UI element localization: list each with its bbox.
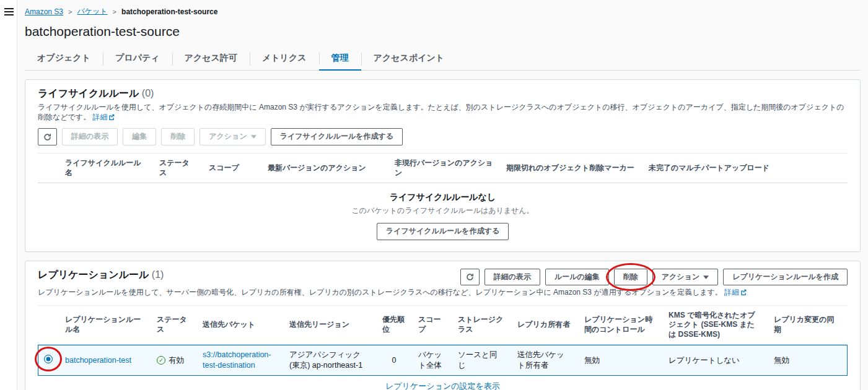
column-header: レプリカ所有者 — [511, 315, 578, 335]
replication-toolbar: 詳細の表示 ルールの編集 削除 アクション レプリケーションルールを作成 — [460, 269, 848, 286]
replication-edit-rule-button[interactable]: ルールの編集 — [545, 269, 609, 286]
column-header: 未完了のマルチパートアップロード — [642, 158, 848, 178]
status-text: 有効 — [169, 355, 184, 366]
rule-select-radio[interactable] — [44, 355, 53, 363]
external-link-icon — [740, 289, 747, 295]
replication-delete-button[interactable]: 削除 — [614, 269, 647, 286]
replication-title-text: レプリケーションルール — [38, 269, 149, 280]
breadcrumb-link-buckets[interactable]: バケット — [77, 6, 107, 17]
column-header: 優先順位 — [376, 310, 412, 339]
create-lifecycle-rule-button[interactable]: ライフサイクルルールを作成する — [271, 128, 403, 145]
lifecycle-details-link[interactable]: 詳細 — [92, 113, 115, 121]
lifecycle-view-details-button[interactable]: 詳細の表示 — [62, 128, 118, 145]
breadcrumb-link-amazon-s3[interactable]: Amazon S3 — [25, 7, 63, 16]
details-link-text: 詳細 — [92, 113, 107, 121]
lifecycle-title-text: ライフサイクルルール — [38, 88, 139, 98]
rule-name-cell: batchoperation-test — [59, 350, 151, 371]
row-select-cell — [38, 350, 59, 371]
lifecycle-actions-dropdown[interactable]: アクション — [199, 128, 265, 145]
refresh-icon — [43, 133, 51, 141]
replication-actions-dropdown[interactable]: アクション — [652, 269, 718, 286]
replication-rules-section: レプリケーションルール (1) 詳細の表示 ルールの編集 削除 アクション レプ… — [25, 261, 861, 390]
tab-management[interactable]: 管理 — [319, 48, 361, 71]
priority-cell: 0 — [376, 350, 412, 371]
lifecycle-rules-section: ライフサイクルルール (0) ライフサイクルルールを使用して、オブジェクトの存続… — [25, 79, 861, 252]
actions-label: アクション — [662, 272, 699, 282]
rtc-cell: 無効 — [578, 350, 662, 371]
kms-cell: レプリケートしない — [662, 350, 768, 371]
lifecycle-refresh-button[interactable] — [38, 128, 57, 145]
lifecycle-table-header: ライフサイクルルール名 ステータス スコープ 最新バージョンのアクション 非現行… — [38, 153, 848, 183]
details-link-text: 詳細 — [724, 288, 739, 297]
replication-section-title: レプリケーションルール (1) — [38, 269, 164, 282]
breadcrumb-current: batchoperation-test-source — [121, 7, 217, 16]
destination-bucket-link[interactable]: s3://batchoperation-test-destination — [203, 350, 271, 370]
refresh-icon — [466, 273, 474, 281]
replication-details-link[interactable]: 詳細 — [724, 288, 747, 297]
rule-name-link[interactable]: batchoperation-test — [65, 356, 131, 365]
column-header: レプリケーション時間のコントロール — [578, 310, 662, 339]
select-column-header — [38, 163, 59, 173]
page-title: batchoperation-test-source — [25, 24, 861, 39]
column-header: スコープ — [412, 310, 452, 339]
column-header: KMS で暗号化されたオブジェクト (SSE-KMS または DSSE-KMS) — [662, 306, 768, 345]
column-header: ステータス — [151, 310, 196, 339]
replica-owner-cell: 送信先バケット所有者 — [511, 345, 578, 376]
replication-description: レプリケーションルールを使用して、サーバー側の暗号化、レプリカの所有権、レプリカ… — [38, 287, 848, 297]
tab-permissions[interactable]: アクセス許可 — [172, 48, 250, 71]
replication-refresh-button[interactable] — [460, 269, 480, 286]
column-header: 送信先バケット — [196, 315, 283, 335]
bucket-tabs: オブジェクト プロパティ アクセス許可 メトリクス 管理 アクセスポイント — [25, 48, 861, 71]
column-header: 期限切れのオブジェクト削除マーカー — [500, 158, 642, 178]
lifecycle-section-title: ライフサイクルルール (0) — [38, 87, 848, 100]
tab-properties[interactable]: プロパティ — [103, 48, 172, 71]
rule-status-cell: ✓ 有効 — [151, 350, 196, 371]
empty-state-message: このバケットのライフサイクルルールはありません。 — [38, 206, 848, 216]
storage-class-cell: ソースと同じ — [452, 345, 511, 376]
main-content: Amazon S3 > バケット > batchoperation-test-s… — [17, 0, 868, 390]
replication-table-footer: レプリケーションの設定を表示 — [38, 376, 848, 390]
lifecycle-description-text: ライフサイクルルールを使用して、オブジェクトの存続期間中に Amazon S3 … — [38, 103, 844, 121]
lifecycle-empty-state: ライフサイクルルールなし このバケットのライフサイクルルールはありません。 ライ… — [38, 183, 848, 244]
lifecycle-count: (0) — [142, 88, 154, 98]
create-lifecycle-rule-empty-button[interactable]: ライフサイクルルールを作成する — [377, 223, 509, 240]
replication-count: (1) — [152, 269, 164, 280]
column-header: 非現行バージョンのアクション — [388, 154, 500, 183]
create-replication-rule-button[interactable]: レプリケーションルールを作成 — [723, 269, 848, 286]
column-header: 最新バージョンのアクション — [261, 158, 388, 178]
replication-rule-row[interactable]: batchoperation-test ✓ 有効 s3://batchopera… — [38, 345, 848, 376]
column-header: スコープ — [203, 158, 261, 178]
menu-hamburger-icon[interactable] — [4, 6, 14, 17]
lifecycle-toolbar: 詳細の表示 編集 削除 アクション ライフサイクルルールを作成する — [38, 128, 848, 145]
column-header: 送信先リージョン — [283, 315, 376, 335]
column-header: ステータス — [153, 154, 203, 183]
replication-view-details-button[interactable]: 詳細の表示 — [484, 269, 540, 286]
chevron-down-icon — [251, 135, 256, 139]
select-column-header — [38, 320, 59, 330]
status-enabled-icon: ✓ — [157, 356, 165, 365]
lifecycle-edit-button[interactable]: 編集 — [123, 128, 156, 145]
view-replication-settings-link[interactable]: レプリケーションの設定を表示 — [385, 381, 500, 390]
replication-description-text: レプリケーションルールを使用して、サーバー側の暗号化、レプリカの所有権、レプリカ… — [38, 288, 722, 297]
breadcrumb-separator-icon: > — [68, 8, 72, 15]
lifecycle-delete-button[interactable]: 削除 — [161, 128, 195, 145]
tab-objects[interactable]: オブジェクト — [25, 48, 103, 71]
replication-table-header: レプリケーションルール名 ステータス 送信先バケット 送信先リージョン 優先順位… — [38, 305, 848, 345]
chevron-down-icon — [703, 275, 709, 279]
collapsed-side-nav — [0, 0, 17, 390]
tab-metrics[interactable]: メトリクス — [250, 48, 319, 71]
breadcrumb-separator-icon: > — [113, 8, 116, 15]
column-header: レプリカ変更の同期 — [768, 310, 848, 339]
scope-cell: バケット全体 — [412, 345, 452, 376]
breadcrumb: Amazon S3 > バケット > batchoperation-test-s… — [25, 6, 861, 17]
column-header: レプリケーションルール名 — [59, 310, 151, 339]
destination-region-cell: アジアパシフィック (東京) ap-northeast-1 — [283, 345, 376, 376]
external-link-icon — [108, 114, 115, 120]
lifecycle-description: ライフサイクルルールを使用して、オブジェクトの存続期間中に Amazon S3 … — [38, 102, 848, 122]
sync-cell: 無効 — [768, 350, 848, 371]
tab-access-points[interactable]: アクセスポイント — [361, 48, 457, 71]
column-header: ストレージクラス — [452, 310, 511, 339]
destination-bucket-cell: s3://batchoperation-test-destination — [196, 345, 283, 376]
column-header: ライフサイクルルール名 — [59, 154, 153, 183]
empty-state-title: ライフサイクルルールなし — [38, 192, 848, 203]
